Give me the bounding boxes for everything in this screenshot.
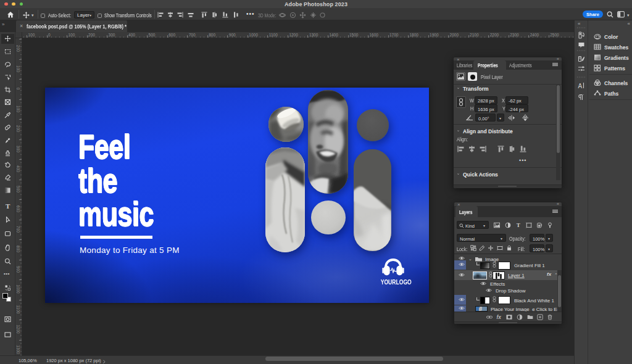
svg-text:fx: fx xyxy=(496,314,501,320)
svg-text:T: T xyxy=(517,222,520,228)
svg-text:T: T xyxy=(6,202,10,209)
svg-text:A: A xyxy=(578,83,583,89)
